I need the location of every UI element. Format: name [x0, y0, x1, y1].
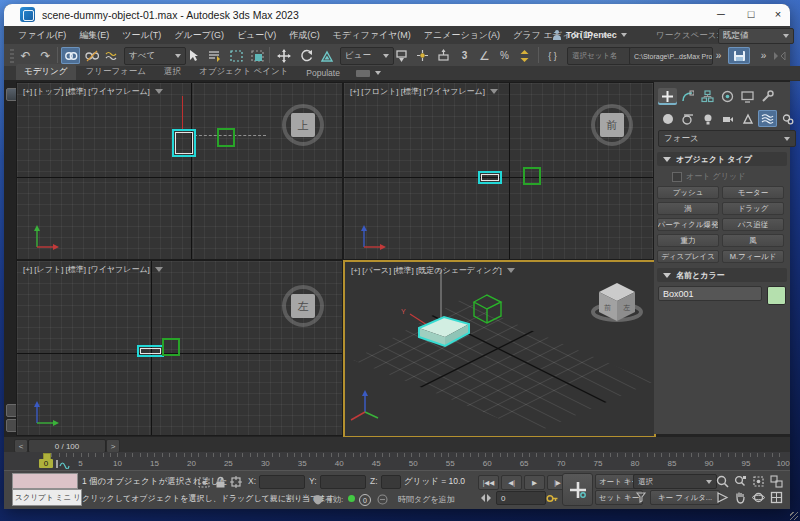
object-type-button[interactable]: 風: [722, 234, 784, 247]
menu-item[interactable]: モディファイヤ(M): [333, 29, 411, 42]
bind-to-spacewarp-icon[interactable]: [103, 47, 122, 64]
filter-icon[interactable]: [507, 268, 515, 273]
rectangular-selection-region-icon[interactable]: [227, 47, 246, 64]
lights-icon[interactable]: [698, 110, 717, 127]
space-warps-icon[interactable]: [758, 110, 777, 127]
viewport-perspective[interactable]: [+] [パース] [標準] [既定のシェーディング] z Y: [343, 260, 656, 438]
shapes-icon[interactable]: [678, 110, 697, 127]
select-and-scale-icon[interactable]: [318, 47, 337, 64]
project-folder-dropdown[interactable]: C:\Storage\P...dsMax Project: [629, 47, 713, 65]
absolute-offset-mode-icon[interactable]: [228, 475, 244, 489]
maximize-button[interactable]: □: [736, 4, 766, 24]
hierarchy-tab-icon[interactable]: [698, 88, 717, 105]
time-slider-handle[interactable]: 0 / 100: [28, 439, 106, 453]
playback-button[interactable]: ▶: [524, 475, 545, 490]
viewcube[interactable]: 前: [591, 104, 633, 146]
redo-icon[interactable]: ↷: [36, 47, 55, 64]
chevron-down-icon[interactable]: [375, 71, 381, 75]
motion-tab-icon[interactable]: [718, 88, 737, 105]
percent-snap-icon[interactable]: %: [495, 47, 514, 64]
select-and-move-icon[interactable]: [274, 47, 293, 64]
systems-icon[interactable]: [778, 110, 797, 127]
viewport-front[interactable]: [+] [フロント] [標準] [ワイヤフレーム] 前: [343, 82, 654, 260]
key-filters-button[interactable]: キー フィルタ...: [650, 490, 720, 505]
dummy-helper-object[interactable]: [523, 167, 541, 185]
select-and-rotate-icon[interactable]: [296, 47, 315, 64]
orbit-icon[interactable]: [750, 490, 766, 504]
object-type-button[interactable]: パーティクル爆発: [657, 218, 719, 231]
select-and-manipulate-icon[interactable]: [413, 47, 432, 64]
select-by-name-icon[interactable]: [205, 47, 224, 64]
ribbon-tab[interactable]: フリーフォーム: [78, 64, 155, 80]
minus-circle-icon[interactable]: [374, 492, 390, 506]
user-account-button[interactable]: Tori iPentec: [552, 27, 648, 42]
key-icon[interactable]: [544, 491, 560, 505]
spinner-snap-icon[interactable]: [515, 47, 534, 64]
object-type-button[interactable]: プッシュ: [657, 186, 719, 199]
cameras-icon[interactable]: [718, 110, 737, 127]
spacewarp-category-dropdown[interactable]: フォース: [658, 130, 796, 147]
filter-icon[interactable]: [155, 89, 163, 94]
previous-frame-button[interactable]: <: [14, 439, 28, 453]
display-tab-icon[interactable]: [738, 88, 757, 105]
selected-box-object[interactable]: [172, 129, 196, 157]
next-frame-button[interactable]: >: [106, 439, 120, 453]
object-name-field[interactable]: [658, 286, 762, 301]
set-keys-button[interactable]: [562, 473, 593, 506]
window-crossing-icon[interactable]: [248, 47, 267, 64]
object-type-button[interactable]: ディスプレイス: [657, 250, 719, 263]
maximize-viewport-icon[interactable]: [768, 490, 784, 504]
named-selection-sets-icon[interactable]: { }: [543, 47, 562, 64]
macro-recorder-field[interactable]: [12, 473, 78, 489]
selection-lock-icon[interactable]: [212, 475, 228, 489]
viewport-top[interactable]: [+] [トップ] [標準] [ワイヤフレーム] 上: [16, 82, 343, 260]
object-type-button[interactable]: ドラッグ: [722, 202, 784, 215]
undo-icon[interactable]: ↶: [16, 47, 35, 64]
ribbon-tab[interactable]: 選択: [156, 64, 189, 80]
dummy-helper-object[interactable]: [217, 128, 235, 147]
checkbox-icon[interactable]: [672, 172, 682, 182]
ribbon-minimize-icon[interactable]: [356, 70, 370, 77]
x-coordinate-field[interactable]: [259, 475, 305, 489]
angle-snap-icon[interactable]: ∠: [475, 47, 494, 64]
maxscript-mini-listener[interactable]: スクリプト ミニ リス: [12, 489, 82, 506]
helpers-icon[interactable]: [738, 110, 757, 127]
zoom-icon[interactable]: [714, 474, 730, 488]
object-type-button[interactable]: M.フィールド: [722, 250, 784, 263]
use-pivot-center-icon[interactable]: [392, 47, 411, 64]
current-frame-field[interactable]: 0: [496, 491, 546, 505]
filter-icon[interactable]: [490, 89, 498, 94]
select-object-icon[interactable]: [184, 47, 203, 64]
create-tab-icon[interactable]: [658, 88, 677, 105]
menu-item[interactable]: グループ(G): [174, 29, 224, 42]
viewport-left-label[interactable]: [+] [レフト] [標準] [ワイヤフレーム]: [23, 264, 163, 275]
viewport-top-label[interactable]: [+] [トップ] [標準] [ワイヤフレーム]: [23, 86, 163, 97]
selected-box-object[interactable]: [137, 345, 164, 357]
degradation-badge[interactable]: 0: [359, 494, 371, 506]
zoom-extents-all-icon[interactable]: [768, 474, 784, 488]
playback-button[interactable]: ◀|: [501, 475, 522, 490]
key-mode-toggle-icon[interactable]: [478, 491, 494, 505]
object-color-swatch[interactable]: [767, 286, 786, 305]
filter-icon[interactable]: [155, 267, 163, 272]
viewport-front-label[interactable]: [+] [フロント] [標準] [ワイヤフレーム]: [350, 86, 498, 97]
selection-set-dropdown[interactable]: 選択: [633, 474, 717, 489]
viewport-perspective-label[interactable]: [+] [パース] [標準] [既定のシェーディング]: [351, 265, 515, 276]
object-type-button[interactable]: 重力: [657, 234, 719, 247]
pan-hand-icon[interactable]: [732, 490, 748, 504]
named-selection-set-field[interactable]: 選択セット名: [567, 47, 631, 65]
z-coordinate-field[interactable]: [381, 475, 401, 489]
viewcube[interactable]: 左: [282, 285, 324, 327]
dummy-helper-object[interactable]: [162, 338, 180, 356]
add-time-tag[interactable]: 時間タグを追加: [398, 494, 455, 505]
select-and-link-icon[interactable]: [61, 47, 80, 64]
geometry-icon[interactable]: [658, 110, 677, 127]
utilities-tab-icon[interactable]: [758, 88, 777, 105]
object-type-rollout-header[interactable]: オブジェクト タイプ: [657, 152, 787, 166]
viewport-left[interactable]: [+] [レフト] [標準] [ワイヤフレーム] 左: [16, 260, 343, 436]
save-file-icon[interactable]: [728, 47, 750, 64]
viewcube[interactable]: 上: [282, 104, 324, 146]
selection-filter-dropdown[interactable]: すべて: [124, 47, 186, 65]
close-button[interactable]: ×: [766, 4, 790, 24]
toolbar-overflow-icon[interactable]: »: [709, 47, 728, 64]
